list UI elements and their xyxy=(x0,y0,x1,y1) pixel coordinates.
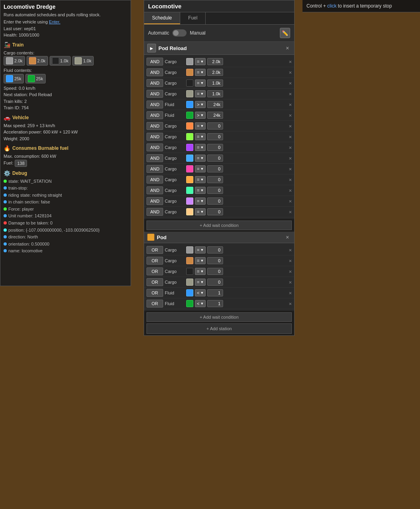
toggle-track[interactable] xyxy=(172,29,187,37)
connector-btn[interactable]: AND xyxy=(146,90,163,98)
cond-icon xyxy=(186,122,193,130)
cond-op[interactable]: = ▼ xyxy=(195,257,206,264)
station1-close-btn[interactable]: × xyxy=(284,45,291,52)
cond-close-btn[interactable]: × xyxy=(289,301,292,307)
cond-value: 0 xyxy=(207,268,223,275)
cond-op[interactable]: = ▼ xyxy=(195,279,206,286)
cond-close-btn[interactable]: × xyxy=(289,91,292,97)
connector-btn[interactable]: AND xyxy=(146,208,163,216)
coal-icon xyxy=(52,57,59,64)
cond-close-btn[interactable]: × xyxy=(289,112,292,118)
enter-link[interactable]: Enter. xyxy=(49,19,60,24)
connector-btn[interactable]: OR xyxy=(146,278,163,286)
cond-type: Fluid xyxy=(165,113,185,118)
cond-close-btn[interactable]: × xyxy=(289,145,292,151)
debug-line: train-stop: xyxy=(4,185,127,192)
cond-op[interactable]: > ▼ xyxy=(195,101,206,108)
fluid2-icon xyxy=(28,75,35,82)
tab-schedule[interactable]: Schedule xyxy=(144,12,180,24)
cond-value: 0 xyxy=(207,133,223,140)
connector-btn[interactable]: AND xyxy=(146,154,163,162)
condition-row: AND Cargo = ▼ 0 × xyxy=(144,132,294,142)
debug-lines: state: WAIT_STATIONtrain-stop: riding st… xyxy=(4,178,127,255)
cond-close-btn[interactable]: × xyxy=(289,269,292,275)
last-user: Last user: xep01 xyxy=(4,25,127,32)
connector-btn[interactable]: OR xyxy=(146,289,163,297)
cond-close-btn[interactable]: × xyxy=(289,209,292,215)
station2-close-btn[interactable]: × xyxy=(284,234,291,241)
connector-btn[interactable]: AND xyxy=(146,79,163,87)
cond-op[interactable]: = ▼ xyxy=(195,268,206,275)
condition-row: AND Cargo = ▼ 0 × xyxy=(144,196,294,207)
connector-btn[interactable]: AND xyxy=(146,133,163,141)
cond-close-btn[interactable]: × xyxy=(289,188,292,194)
connector-btn[interactable]: AND xyxy=(146,165,163,173)
connector-btn[interactable]: AND xyxy=(146,122,163,130)
add-station-btn[interactable]: + Add station xyxy=(146,323,292,334)
cond-op[interactable]: = ▼ xyxy=(195,133,206,140)
connector-btn[interactable]: AND xyxy=(146,186,163,194)
cond-close-btn[interactable]: × xyxy=(289,177,292,183)
condition-row: AND Cargo = ▼ 0 × xyxy=(144,164,294,174)
speed: Speed: 0.0 km/h xyxy=(4,85,127,92)
cond-op[interactable]: = ▼ xyxy=(195,176,206,183)
cond-type: Fluid xyxy=(165,290,185,295)
cond-op[interactable]: = ▼ xyxy=(195,90,206,97)
cond-close-btn[interactable]: × xyxy=(289,290,292,296)
cond-op[interactable]: = ▼ xyxy=(195,144,206,151)
cond-close-btn[interactable]: × xyxy=(289,59,292,65)
connector-btn[interactable]: OR xyxy=(146,246,163,254)
connector-btn[interactable]: AND xyxy=(146,58,163,66)
cond-close-btn[interactable]: × xyxy=(289,279,292,285)
cond-close-btn[interactable]: × xyxy=(289,198,292,204)
auto-bar: Automatic Manual ✏️ xyxy=(144,25,294,42)
cond-op[interactable]: = ▼ xyxy=(195,155,206,162)
cond-op[interactable]: = ▼ xyxy=(195,69,206,76)
cond-icon xyxy=(186,197,193,205)
edit-icon[interactable]: ✏️ xyxy=(280,28,290,38)
cond-op[interactable]: = ▼ xyxy=(195,246,206,254)
cond-close-btn[interactable]: × xyxy=(289,258,292,264)
cond-close-btn[interactable]: × xyxy=(289,80,292,86)
station1-add-wait-btn[interactable]: + Add wait condition xyxy=(146,221,292,230)
connector-btn[interactable]: AND xyxy=(146,101,163,108)
cond-icon xyxy=(186,101,193,108)
cond-op[interactable]: = ▼ xyxy=(195,58,206,65)
connector-btn[interactable]: AND xyxy=(146,68,163,76)
fuel-row: Fuel: 138 xyxy=(4,160,127,167)
cond-close-btn[interactable]: × xyxy=(289,134,292,140)
connector-btn[interactable]: OR xyxy=(146,257,163,265)
cond-op[interactable]: = ▼ xyxy=(195,197,206,205)
cond-type: Cargo xyxy=(165,269,185,274)
fluid-row: 25k 25k xyxy=(4,74,127,83)
cond-close-btn[interactable]: × xyxy=(289,102,292,108)
cond-close-btn[interactable]: × xyxy=(289,166,292,172)
cond-op[interactable]: < ▼ xyxy=(195,300,206,307)
cond-close-btn[interactable]: × xyxy=(289,123,292,129)
cond-close-btn[interactable]: × xyxy=(289,247,292,253)
cond-op[interactable]: > ▼ xyxy=(195,112,206,119)
cond-op[interactable]: = ▼ xyxy=(195,79,206,87)
cond-op[interactable]: < ▼ xyxy=(195,289,206,296)
cond-close-btn[interactable]: × xyxy=(289,70,292,75)
tab-fuel[interactable]: Fuel xyxy=(180,12,206,24)
connector-btn[interactable]: AND xyxy=(146,176,163,184)
cond-op[interactable]: = ▼ xyxy=(195,165,206,172)
cond-type: Cargo xyxy=(165,199,185,203)
connector-btn[interactable]: OR xyxy=(146,267,163,275)
cond-type: Cargo xyxy=(165,209,185,214)
condition-row: OR Cargo = ▼ 0 × xyxy=(144,245,294,255)
debug-dot xyxy=(4,235,7,238)
cond-op[interactable]: = ▼ xyxy=(195,122,206,130)
click-link[interactable]: click xyxy=(327,3,336,9)
station1-play-btn[interactable]: ▶ xyxy=(147,44,156,52)
station2-add-wait-btn[interactable]: + Add wait condition xyxy=(146,312,292,322)
cond-close-btn[interactable]: × xyxy=(289,155,292,161)
connector-btn[interactable]: AND xyxy=(146,143,163,151)
connector-btn[interactable]: OR xyxy=(146,300,163,308)
connector-btn[interactable]: AND xyxy=(146,111,163,119)
station1-add-wait-label: + Add wait condition xyxy=(200,223,239,228)
cond-op[interactable]: = ▼ xyxy=(195,208,206,215)
cond-op[interactable]: = ▼ xyxy=(195,187,206,194)
connector-btn[interactable]: AND xyxy=(146,197,163,205)
